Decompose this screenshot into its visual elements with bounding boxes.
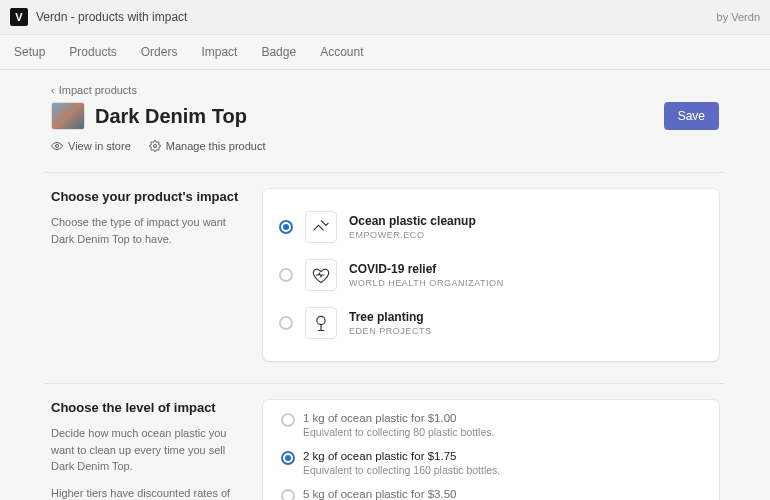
impact-section-title: Choose your product's impact xyxy=(51,189,241,204)
chevron-left-icon: ‹ xyxy=(51,84,55,96)
byline: by Verdn xyxy=(717,11,760,23)
manage-product-link[interactable]: Manage this product xyxy=(149,140,266,152)
tab-setup[interactable]: Setup xyxy=(14,45,45,59)
tab-account[interactable]: Account xyxy=(320,45,363,59)
topbar: V Verdn - products with impact by Verdn xyxy=(0,0,770,35)
impact-options-card: Ocean plastic cleanup EMPOWER.ECO COVID-… xyxy=(263,189,719,361)
eye-icon xyxy=(51,140,63,152)
tier-label: 1 kg of ocean plastic for $1.00 xyxy=(303,412,703,424)
tab-products[interactable]: Products xyxy=(69,45,116,59)
impact-option[interactable]: COVID-19 relief WORLD HEALTH ORGANIZATIO… xyxy=(279,251,703,299)
level-section-desc: Decide how much ocean plastic you want t… xyxy=(51,425,241,475)
ocean-plastic-icon xyxy=(305,211,337,243)
radio-input[interactable] xyxy=(279,268,293,282)
tier-equivalent: Equivalent to collecting 160 plastic bot… xyxy=(303,464,703,476)
radio-input[interactable] xyxy=(281,489,295,500)
radio-input[interactable] xyxy=(281,413,295,427)
gear-icon xyxy=(149,140,161,152)
level-section-title: Choose the level of impact xyxy=(51,400,241,415)
tier-label: 2 kg of ocean plastic for $1.75 xyxy=(303,450,703,462)
tier-equivalent: Equivalent to collecting 80 plastic bott… xyxy=(303,426,703,438)
covid-relief-icon xyxy=(305,259,337,291)
impact-option[interactable]: Tree planting EDEN PROJECTS xyxy=(279,299,703,347)
back-link[interactable]: ‹ Impact products xyxy=(45,84,725,96)
tree-icon xyxy=(305,307,337,339)
tier-label: 5 kg of ocean plastic for $3.50 xyxy=(303,488,703,500)
impact-option-org: EMPOWER.ECO xyxy=(349,230,476,240)
svg-point-0 xyxy=(56,145,59,148)
tier-option[interactable]: 5 kg of ocean plastic for $3.50 Equivale… xyxy=(279,484,703,500)
impact-option-name: COVID-19 relief xyxy=(349,262,504,276)
impact-option-org: WORLD HEALTH ORGANIZATION xyxy=(349,278,504,288)
view-in-store-link[interactable]: View in store xyxy=(51,140,131,152)
tier-options-card: 1 kg of ocean plastic for $1.00 Equivale… xyxy=(263,400,719,500)
tab-impact[interactable]: Impact xyxy=(201,45,237,59)
product-thumbnail xyxy=(51,102,85,130)
impact-option[interactable]: Ocean plastic cleanup EMPOWER.ECO xyxy=(279,203,703,251)
tier-option[interactable]: 1 kg of ocean plastic for $1.00 Equivale… xyxy=(279,408,703,446)
app-title: Verdn - products with impact xyxy=(36,10,187,24)
page-title: Dark Denim Top xyxy=(95,105,247,128)
svg-point-2 xyxy=(317,316,325,324)
tier-option[interactable]: 2 kg of ocean plastic for $1.75 Equivale… xyxy=(279,446,703,484)
impact-option-name: Ocean plastic cleanup xyxy=(349,214,476,228)
impact-option-org: EDEN PROJECTS xyxy=(349,326,432,336)
level-section-desc2: Higher tiers have discounted rates of im… xyxy=(51,485,241,501)
svg-point-1 xyxy=(153,145,156,148)
radio-input[interactable] xyxy=(279,316,293,330)
tab-badge[interactable]: Badge xyxy=(261,45,296,59)
impact-section-desc: Choose the type of impact you want Dark … xyxy=(51,214,241,247)
back-label: Impact products xyxy=(59,84,137,96)
save-button[interactable]: Save xyxy=(664,102,719,130)
main-tabs: Setup Products Orders Impact Badge Accou… xyxy=(0,35,770,70)
divider xyxy=(45,383,725,384)
divider xyxy=(45,172,725,173)
impact-option-name: Tree planting xyxy=(349,310,432,324)
app-logo: V xyxy=(10,8,28,26)
radio-input[interactable] xyxy=(279,220,293,234)
radio-input[interactable] xyxy=(281,451,295,465)
tab-orders[interactable]: Orders xyxy=(141,45,178,59)
